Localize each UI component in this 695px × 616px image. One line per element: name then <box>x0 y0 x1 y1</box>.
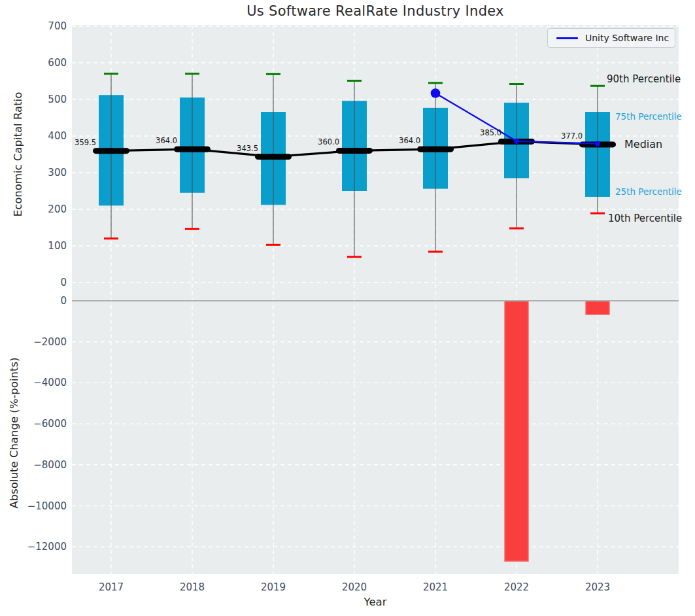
change-bar-2022 <box>505 301 528 561</box>
median-marker-2018 <box>174 146 211 152</box>
right-label-median: Median <box>624 138 662 150</box>
median-value-label-2023: 377.0 <box>561 131 583 141</box>
change-bar-2023 <box>586 301 609 315</box>
plot-background <box>72 25 679 574</box>
ytick-bottom--6000: −6000 <box>33 418 67 430</box>
unity-marker-2022 <box>514 139 519 144</box>
ytick-top-0: 0 <box>60 277 67 288</box>
ytick-bottom--2000: −2000 <box>33 336 67 348</box>
median-marker-2019 <box>255 154 292 160</box>
ytick-bottom--8000: −8000 <box>33 459 67 471</box>
chart-title: Us Software RealRate Industry Index <box>72 3 679 19</box>
figure: 359.5364.0343.5360.0364.0385.0377.001002… <box>0 0 695 616</box>
y-axis-label-absolute-change: Absolute Change (%-points) <box>8 358 20 509</box>
legend-line-sample-icon <box>556 37 578 39</box>
unity-marker-2021 <box>431 88 441 98</box>
ytick-top-700: 700 <box>48 20 67 32</box>
xtick-2021: 2021 <box>423 581 448 593</box>
xtick-2018: 2018 <box>180 581 205 593</box>
ytick-top-500: 500 <box>48 94 67 105</box>
median-value-label-2021: 364.0 <box>399 136 420 145</box>
median-value-label-2018: 364.0 <box>156 136 177 145</box>
ytick-top-100: 100 <box>48 240 67 252</box>
xtick-2023: 2023 <box>585 581 610 593</box>
xtick-2020: 2020 <box>342 581 367 593</box>
median-marker-2020 <box>336 148 373 154</box>
median-marker-2021 <box>417 146 454 152</box>
y-axis-label-economic-capital-ratio: Economic Capital Ratio <box>12 92 24 217</box>
ytick-bottom--12000: −12000 <box>27 541 67 553</box>
right-label-25th-percentile: 25th Percentile <box>615 186 682 197</box>
xtick-2017: 2017 <box>99 581 124 593</box>
right-label-10th-percentile: 10th Percentile <box>608 213 682 224</box>
right-label-90th-percentile: 90th Percentile <box>607 73 681 85</box>
xtick-2022: 2022 <box>504 581 529 593</box>
median-value-label-2020: 360.0 <box>318 137 339 146</box>
ytick-top-400: 400 <box>48 130 67 142</box>
legend: Unity Software Inc <box>547 28 675 48</box>
x-axis-label: Year <box>72 596 679 608</box>
unity-marker-2023 <box>595 141 600 146</box>
ytick-top-200: 200 <box>48 203 67 215</box>
xtick-2019: 2019 <box>261 581 286 593</box>
ytick-top-300: 300 <box>48 167 67 179</box>
ytick-bottom-0: 0 <box>60 295 67 307</box>
median-value-label-2019: 343.5 <box>237 144 258 153</box>
right-label-75th-percentile: 75th Percentile <box>615 111 682 122</box>
chart-canvas: 359.5364.0343.5360.0364.0385.0377.001002… <box>0 0 695 616</box>
legend-label: Unity Software Inc <box>585 33 669 43</box>
ytick-bottom--10000: −10000 <box>27 500 67 512</box>
median-value-label-2022: 385.0 <box>480 128 501 137</box>
ytick-top-600: 600 <box>48 57 67 69</box>
ytick-bottom--4000: −4000 <box>33 377 67 388</box>
median-marker-2017 <box>93 148 129 154</box>
median-value-label-2017: 359.5 <box>75 138 96 147</box>
